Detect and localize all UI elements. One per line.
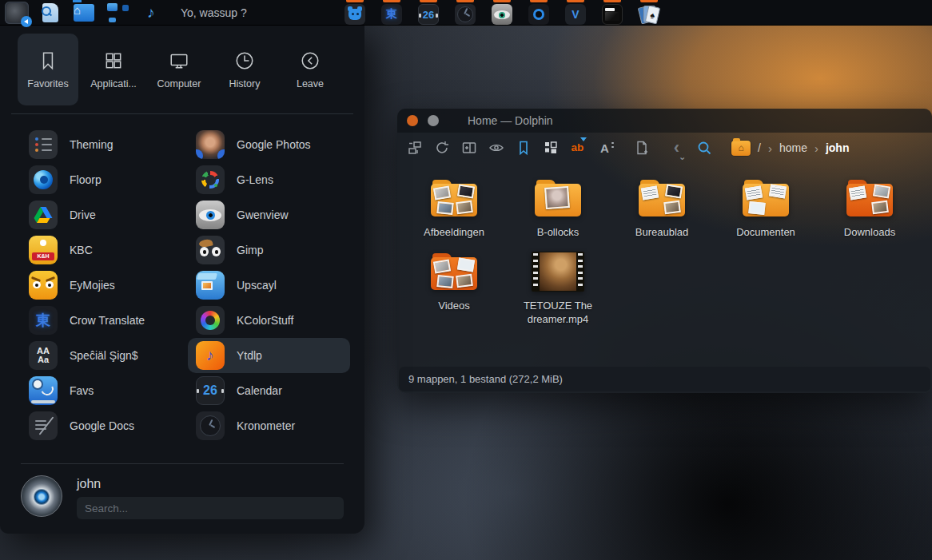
g-lens-icon [196, 165, 225, 194]
app-item-drive[interactable]: Drive [21, 197, 183, 232]
lion-browser-icon [345, 4, 365, 25]
app-item-floorp[interactable]: Floorp [21, 162, 183, 197]
google-docs-icon [29, 411, 58, 440]
app-item-ytdlp[interactable]: ♪ Ytdlp [188, 338, 350, 373]
task-card-game[interactable]: ♠ [636, 0, 662, 26]
task-vivaldi[interactable]: V [563, 0, 588, 26]
folder-icon [846, 180, 893, 216]
task-blue-eye[interactable] [526, 0, 552, 26]
search-button[interactable] [693, 137, 715, 159]
app-item-crow-translate[interactable]: 東 Crow Translate [21, 303, 183, 338]
breadcrumb-home[interactable]: home [779, 141, 807, 154]
calendar-app-icon: 26 [196, 376, 225, 405]
app-item-google-docs[interactable]: Google Docs [21, 408, 183, 443]
status-text: 9 mappen, 1 bestand (272,2 MiB) [408, 373, 563, 385]
task-lion-browser[interactable] [342, 0, 368, 26]
font-size-button[interactable]: A [594, 137, 615, 159]
task-file-manager[interactable] [599, 0, 625, 26]
window-minimize-button[interactable] [428, 115, 439, 126]
folder-icon [431, 253, 477, 290]
tab-computer[interactable]: Computer [149, 34, 209, 105]
user-avatar[interactable] [21, 475, 62, 517]
breadcrumb-root[interactable]: / [758, 141, 761, 154]
folder-item-downloads[interactable]: Downloads [818, 176, 922, 240]
chevron-right-icon: › [768, 141, 772, 155]
window-titlebar[interactable]: Home — Dolphin [397, 109, 932, 133]
chevron-right-icon: › [815, 141, 818, 155]
folder-item-videos[interactable]: Videos [402, 249, 506, 327]
folder-icon [535, 180, 581, 216]
panel-left-cluster: ⌂ ♪ Yo, wassup ? [0, 2, 247, 24]
floorp-icon [29, 165, 58, 194]
back-button[interactable]: ‹⌄ [666, 137, 687, 159]
east-translate-icon: 東 [381, 4, 402, 25]
card-game-icon: ♠ [639, 4, 659, 25]
folder-item-bureaublad[interactable]: Bureaublad [610, 176, 714, 240]
desktop-windows-button[interactable] [106, 2, 129, 24]
panel-status-text: Yo, wassup ? [181, 6, 247, 19]
app-item-calendar[interactable]: 26 Calendar [188, 373, 350, 408]
calendar-icon: 26 [418, 4, 439, 25]
task-clock[interactable] [452, 0, 478, 26]
task-eye-viewer[interactable] [489, 0, 515, 26]
task-calendar[interactable]: 26 [416, 0, 441, 26]
kronometer-icon [196, 411, 225, 440]
user-name: john [77, 477, 344, 491]
app-item-kcolorstuff[interactable]: KColorStuff [188, 303, 350, 338]
app-item-gimp[interactable]: Gimp [188, 232, 350, 268]
gwenview-icon [196, 201, 225, 229]
eye-icon [488, 140, 504, 156]
app-item-theming[interactable]: Theming [21, 127, 183, 162]
split-view-icon [461, 140, 477, 156]
task-bar: 東 26 V ♠ [342, 0, 662, 26]
file-search-button[interactable] [38, 2, 62, 24]
video-thumbnail [532, 252, 584, 292]
tab-favorites[interactable]: Favorites [18, 34, 78, 105]
vivaldi-icon: V [565, 4, 586, 25]
bookmark-button[interactable] [512, 137, 534, 159]
app-item-g-lens[interactable]: G-Lens [188, 162, 350, 197]
google-photos-icon [196, 130, 225, 159]
tab-leave[interactable]: Leave [280, 34, 341, 105]
home-folder-button[interactable]: ⌂ [72, 2, 96, 24]
app-item-special-signs[interactable]: AAAa Speĉiäl Şign$ [21, 338, 183, 373]
grid-icon [103, 50, 124, 71]
window-toolbar: ab A ‹⌄ ⌂ / › home › john [397, 133, 932, 163]
folder-item-b-ollocks[interactable]: B-ollocks [506, 176, 610, 240]
split-view-button[interactable] [458, 137, 480, 159]
music-note-button[interactable]: ♪ [139, 2, 163, 24]
crow-translate-icon: 東 [29, 306, 58, 335]
refresh-button[interactable] [431, 137, 452, 159]
app-item-gwenview[interactable]: Gwenview [188, 197, 350, 232]
window-close-button[interactable] [407, 115, 418, 126]
blue-eye-icon [528, 4, 549, 25]
arrange-icon [407, 140, 423, 156]
new-file-button[interactable] [631, 137, 652, 159]
icon-view-button[interactable] [540, 137, 561, 159]
folder-item-documenten[interactable]: Documenten [714, 176, 818, 240]
theming-icon [29, 130, 58, 159]
app-item-upscayl[interactable]: Upscayl [188, 268, 350, 303]
app-launcher-button[interactable] [5, 2, 29, 24]
rename-button[interactable]: ab [567, 137, 588, 159]
app-item-google-photos[interactable]: Google Photos [188, 127, 350, 162]
task-east-translate[interactable]: 東 [379, 0, 404, 26]
breadcrumb-home-button[interactable]: ⌂ [731, 141, 751, 156]
rename-icon: ab [572, 142, 584, 153]
app-item-eymojies[interactable]: EyMojies [21, 268, 183, 303]
app-item-favs[interactable]: Favs [21, 373, 183, 408]
special-signs-icon: AAAa [29, 341, 58, 370]
tab-applications[interactable]: Applicati... [83, 34, 144, 105]
breadcrumb-user[interactable]: john [826, 141, 850, 154]
preview-button[interactable] [485, 137, 507, 159]
view-arrange-button[interactable] [404, 137, 425, 159]
active-task-indicator [456, 0, 474, 2]
tab-history[interactable]: History [214, 34, 275, 105]
app-item-kbc[interactable]: K&H KBC [21, 232, 183, 268]
search-icon [696, 140, 712, 156]
file-item-video[interactable]: TETOUZE The dreamer.mp4 [506, 249, 610, 327]
app-item-kronometer[interactable]: Kronometer [188, 408, 350, 443]
search-input[interactable] [77, 497, 344, 519]
new-file-icon [634, 140, 650, 156]
folder-item-afbeeldingen[interactable]: Afbeeldingen [402, 176, 506, 240]
